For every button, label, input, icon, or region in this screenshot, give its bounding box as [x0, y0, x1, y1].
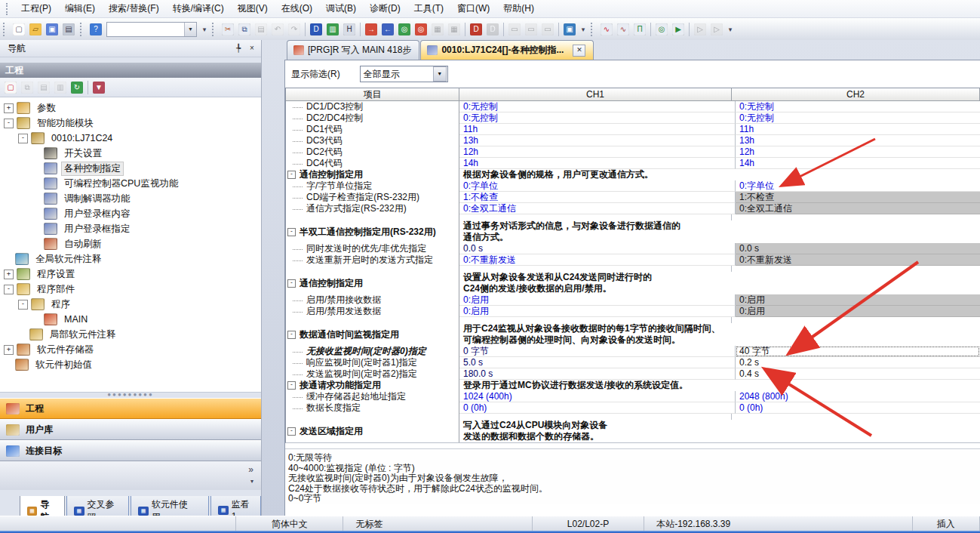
tree-item-程序设置[interactable]: +程序设置 [0, 266, 261, 282]
monitor-start-icon[interactable]: ∿ [598, 21, 615, 38]
ch2-value-cell[interactable]: 0.0 s [736, 243, 980, 254]
ch2-value-cell[interactable]: 0.2 s [736, 357, 980, 368]
ch2-value-cell[interactable]: 40 字节 [736, 346, 980, 357]
ch1-value-cell[interactable]: 0 字节 [459, 346, 736, 357]
tree-toggle-icon[interactable]: + [4, 345, 14, 355]
tree-toggle-icon[interactable]: - [18, 134, 28, 143]
ch2-value-cell[interactable]: 0:启用 [736, 306, 980, 317]
tree-item-各种控制指定[interactable]: 各种控制指定 [0, 161, 261, 176]
menu-item[interactable]: 帮助(H) [496, 0, 541, 17]
remote-operation-icon[interactable]: ◎ [413, 21, 429, 38]
ch1-value-cell[interactable]: 11h [459, 124, 736, 135]
ch2-value-cell[interactable]: 0:不重新发送 [736, 254, 980, 266]
tree-toggle-icon[interactable]: - [4, 285, 14, 294]
write-to-plc-icon[interactable]: → [363, 21, 379, 38]
ch2-value-cell[interactable]: 2048 (800h) [736, 391, 980, 402]
tree-item-软元件初始值[interactable]: 软元件初始值 [0, 357, 261, 372]
ch1-value-cell[interactable]: 0:全双工通信 [459, 203, 736, 214]
document-tab[interactable]: 0010:LJ71C24[]-各种控制指...✕ [420, 40, 594, 60]
device-comment-icon[interactable]: D [308, 21, 324, 38]
ch2-value-cell[interactable]: 0.4 s [736, 368, 980, 380]
read-from-plc-icon[interactable]: ← [379, 21, 396, 38]
tree-toggle-icon[interactable]: + [4, 270, 14, 279]
tree-toggle-icon[interactable]: - [18, 300, 28, 310]
pin-icon[interactable]: ╄ [232, 43, 244, 54]
tree-item-程序部件[interactable]: -程序部件 [0, 282, 261, 297]
menu-item[interactable]: 转换/编译(C) [166, 0, 231, 17]
splitter-handle[interactable]: ●●●●●●●●● [0, 393, 261, 398]
ch2-value-cell[interactable]: 0:无控制 [736, 112, 980, 124]
ch1-value-cell[interactable]: 0:不重新发送 [459, 254, 736, 266]
menu-item[interactable]: 诊断(D) [363, 0, 407, 17]
more-buttons-chevron[interactable]: »▾ [0, 461, 261, 490]
close-tab-icon[interactable]: ✕ [573, 45, 585, 57]
menu-item[interactable]: 工具(T) [407, 0, 450, 17]
combobox-dropdown-icon[interactable]: ▼ [184, 23, 196, 36]
tree-item-程序[interactable]: -程序 [0, 297, 261, 312]
view-button-工程[interactable]: 工程 [0, 398, 261, 419]
ch1-value-cell[interactable]: 0:启用 [459, 294, 736, 306]
toolbar-combobox-input[interactable] [107, 23, 184, 35]
tree-item-局部软元件注释[interactable]: 局部软元件注释 [0, 327, 261, 342]
menu-item[interactable]: 编辑(E) [58, 0, 102, 17]
ch1-value-cell[interactable]: 0:无控制 [459, 112, 736, 124]
ch1-value-cell[interactable]: 0 (0h) [459, 402, 736, 414]
tree-item-可编程控制器CPU监视功能[interactable]: 可编程控制器CPU监视功能 [0, 176, 261, 191]
toolbar-grip[interactable] [3, 23, 8, 36]
tree-item-全局软元件注释[interactable]: 全局软元件注释 [0, 251, 261, 266]
device-test-icon[interactable]: Π [631, 21, 648, 38]
ch1-value-cell[interactable]: 0.0 s [459, 243, 736, 254]
tree-item-MAIN[interactable]: MAIN [0, 312, 261, 327]
refresh-icon[interactable]: ↻ [69, 79, 85, 96]
ch1-value-cell[interactable]: 1:不检查 [459, 192, 736, 203]
menu-item[interactable]: 在线(O) [275, 0, 319, 17]
toolbar-grip[interactable] [591, 23, 596, 36]
monitor-mode-icon[interactable]: ▣ [561, 21, 578, 38]
collapse-icon[interactable]: - [287, 427, 296, 436]
ch2-value-cell[interactable]: 0:字单位 [736, 180, 980, 192]
tree-item-软元件存储器[interactable]: +软元件存储器 [0, 342, 261, 357]
tree-item-调制解调器功能[interactable]: 调制解调器功能 [0, 191, 261, 206]
menu-item[interactable]: 工程(P) [14, 0, 58, 17]
ch1-value-cell[interactable]: 180.0 s [459, 368, 736, 380]
collapse-icon[interactable]: - [287, 279, 296, 288]
open-project-icon[interactable]: ▱ [27, 21, 44, 38]
new-project-icon[interactable]: ▢ [11, 21, 27, 38]
toolbar-grip[interactable] [80, 23, 85, 36]
menu-item[interactable]: 调试(B) [319, 0, 363, 17]
menu-item[interactable]: 视图(V) [231, 0, 275, 17]
tree-item-智能功能模块[interactable]: -智能功能模块 [0, 116, 261, 131]
ch2-value-cell[interactable]: 12h [736, 146, 980, 158]
ch1-value-cell[interactable]: 14h [459, 158, 736, 169]
ch2-value-cell[interactable]: 11h [736, 124, 980, 135]
document-tab[interactable]: [PRG]R 写入 MAIN 418步 [287, 40, 419, 60]
monitor-stop-icon[interactable]: ∿ [615, 21, 631, 38]
ch1-value-cell[interactable]: 13h [459, 135, 736, 146]
display-filter-combobox[interactable]: 全部显示 ▼ [360, 66, 448, 82]
ch2-value-cell[interactable]: 0:全双工通信 [736, 203, 980, 214]
verify-plc-icon[interactable]: ◎ [396, 21, 413, 38]
collapse-icon[interactable]: - [287, 381, 296, 390]
copy-icon[interactable]: ⧉ [236, 21, 253, 38]
collapse-icon[interactable]: - [287, 331, 296, 339]
program-exec-icon[interactable]: ▶ [670, 21, 687, 38]
ch1-value-cell[interactable]: 0:启用 [459, 306, 736, 317]
tree-item-用户登录框内容[interactable]: 用户登录框内容 [0, 206, 261, 221]
view-button-连接目标[interactable]: 连接目标 [0, 440, 261, 461]
ch2-value-cell[interactable]: 14h [736, 158, 980, 169]
intelligent-module-write-icon[interactable]: D [468, 21, 484, 38]
tree-item-自动刷新[interactable]: 自动刷新 [0, 236, 261, 251]
ch1-value-cell[interactable]: 12h [459, 146, 736, 158]
toolbar-overflow-icon[interactable]: ▾ [578, 26, 588, 33]
toolbar-overflow-icon[interactable]: ▾ [725, 26, 735, 33]
close-panel-icon[interactable]: × [246, 43, 258, 54]
ch2-value-cell[interactable]: 0:无控制 [736, 101, 980, 112]
collapse-icon[interactable]: - [287, 171, 296, 179]
tree-item-0010:LJ71C24[interactable]: -0010:LJ71C24 [0, 131, 261, 146]
ch1-value-cell[interactable]: 5.0 s [459, 357, 736, 368]
tree-item-用户登录框指定[interactable]: 用户登录框指定 [0, 221, 261, 236]
tree-toggle-icon[interactable]: - [4, 119, 14, 128]
cut-icon[interactable]: ✂ [220, 21, 236, 38]
tree-item-开关设置[interactable]: 开关设置 [0, 146, 261, 161]
view-button-用户库[interactable]: 用户库 [0, 419, 261, 440]
